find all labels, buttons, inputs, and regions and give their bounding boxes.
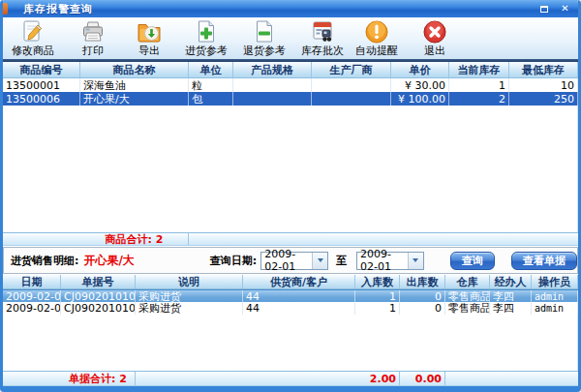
window-title: 库存报警查询 [23,2,93,16]
to-label: 至 [336,254,347,268]
toolbar-button-stock-batch[interactable]: 库存批次 [295,19,350,57]
column-header-current-stock[interactable]: 当前库存 [449,62,509,77]
query-button[interactable]: 查询 [450,252,495,270]
products-total-label: 商品合计: 2 [80,233,189,245]
export-icon [137,19,162,45]
cell-description: 采购进货 [136,302,243,315]
cell-product-code: 13500001 [3,78,80,92]
cell-out-qty: 0 [400,290,445,302]
cell-price: ¥ 30.00 [391,78,449,92]
cell-current-stock: 2 [449,92,509,106]
cell-manufacturer [312,92,391,106]
toolbar-label: 修改商品 [12,45,54,57]
toolbar: 修改商品 打印 导出 进货参考 退货参考 库存批次 自动提醒 退出 [3,17,578,59]
toolbar-label: 进货参考 [185,45,228,57]
cell-spec [233,92,312,106]
column-header-date[interactable]: 日期 [3,275,61,288]
cell-doc-number: CJ090201010002 [61,290,136,302]
products-table-empty-area [3,106,578,232]
cell-price: ¥ 100.00 [391,92,449,106]
column-header-product-name[interactable]: 商品名称 [80,62,189,77]
date-from-dropdown-button[interactable] [312,253,327,269]
toolbar-button-return-reference[interactable]: 退货参考 [237,19,291,57]
cell-unit: 包 [189,92,233,106]
toolbar-label: 退货参考 [243,45,286,57]
cell-spec [233,78,312,92]
column-header-spec[interactable]: 产品规格 [233,62,312,77]
cell-description: 采购进货 [136,290,243,302]
filter-bar: 进货销售明细: 开心果/大 查询日期: 2009-02-01 至 2009-02… [3,247,578,274]
column-header-doc-number[interactable]: 单据号 [61,275,136,288]
toolbar-button-auto-remind[interactable]: 自动提醒 [350,19,404,57]
app-icon [0,3,8,15]
products-table-footer: 商品合计: 2 [3,232,578,246]
toolbar-button-edit-product[interactable]: 修改商品 [6,19,60,57]
cell-operator: admin [532,302,578,315]
column-header-description[interactable]: 说明 [136,275,243,288]
close-icon: ✕ [561,3,568,15]
auto-remind-icon [364,19,389,45]
toolbar-button-export[interactable]: 导出 [122,19,176,57]
return-reference-icon [252,19,277,45]
cell-handler: 李四 [490,302,532,315]
order-row-selected[interactable]: 2009-02-01 CJ090201010002 采购进货 44 1 0 零售… [3,289,578,302]
orders-out-total: 0.00 [400,372,445,385]
toolbar-label: 自动提醒 [355,45,398,57]
date-to-value: 2009-02-01 [357,253,408,269]
toolbar-label: 打印 [82,45,104,57]
cell-operator: admin [532,290,578,302]
cell-product-code: 13500006 [3,92,80,106]
print-icon [80,19,106,45]
product-row[interactable]: 13500001 深海鱼油 粒 ¥ 30.00 1 10 [3,78,578,92]
column-header-supplier-customer[interactable]: 供货商/客户 [243,275,355,288]
stock-batch-icon [310,19,335,45]
maximize-icon [540,6,548,13]
cell-date: 2009-02-01 [3,290,61,302]
column-header-unit[interactable]: 单位 [189,62,233,77]
orders-in-total: 2.00 [136,372,400,385]
chevron-down-icon [413,258,418,262]
orders-table-empty-area [3,315,578,371]
column-header-price[interactable]: 单价 [391,62,449,77]
toolbar-label: 导出 [138,45,160,57]
column-header-in-qty[interactable]: 入库数 [355,275,400,288]
column-header-operator[interactable]: 操作员 [532,275,578,288]
cell-min-stock: 250 [509,92,578,106]
column-header-manufacturer[interactable]: 生产厂商 [312,62,391,77]
footer-spacer [3,233,80,245]
date-label: 查询日期: [210,254,257,268]
orders-total-label: 单据合计: 2 [61,372,136,385]
column-header-min-stock[interactable]: 最低库存 [509,62,578,77]
maximize-button[interactable] [537,3,550,15]
cell-in-qty: 1 [355,290,400,302]
toolbar-label: 退出 [424,45,445,57]
toolbar-button-purchase-reference[interactable]: 进货参考 [179,19,233,57]
view-document-button[interactable]: 查看单据 [511,252,577,270]
app-window: 库存报警查询 ✕ 修改商品 打印 导出 进货参考 退货参考 库存批次 [0,0,581,392]
cell-date: 2009-02-01 [3,302,61,315]
cell-product-name: 开心果/大 [80,92,189,106]
date-from-value: 2009-02-01 [261,253,312,269]
date-to-dropdown-button[interactable] [408,253,423,269]
column-header-out-qty[interactable]: 出库数 [400,275,445,288]
cell-warehouse: 零售商品仓 [445,290,490,302]
date-from-select[interactable]: 2009-02-01 [260,252,328,270]
column-header-product-code[interactable]: 商品编号 [3,62,80,77]
toolbar-button-exit[interactable]: 退出 [408,19,462,57]
window-controls: ✕ [537,3,571,15]
cell-in-qty: 1 [355,302,400,315]
close-button[interactable]: ✕ [559,3,571,15]
chevron-down-icon [318,258,323,262]
cell-handler: 李四 [490,290,532,302]
footer-spacer [3,372,61,385]
edit-product-icon [20,19,46,45]
cell-product-name: 深海鱼油 [80,78,189,92]
order-row[interactable]: 2009-02-01 CJ090201010002 采购进货 44 1 0 零售… [3,302,578,315]
toolbar-button-print[interactable]: 打印 [66,19,120,57]
purchase-reference-icon [194,19,219,45]
product-row-selected[interactable]: 13500006 开心果/大 包 ¥ 100.00 2 250 [3,92,578,106]
date-to-select[interactable]: 2009-02-01 [356,252,424,270]
column-header-handler[interactable]: 经办人 [490,275,532,288]
cell-min-stock: 10 [509,78,578,92]
column-header-warehouse[interactable]: 仓库 [445,275,490,288]
